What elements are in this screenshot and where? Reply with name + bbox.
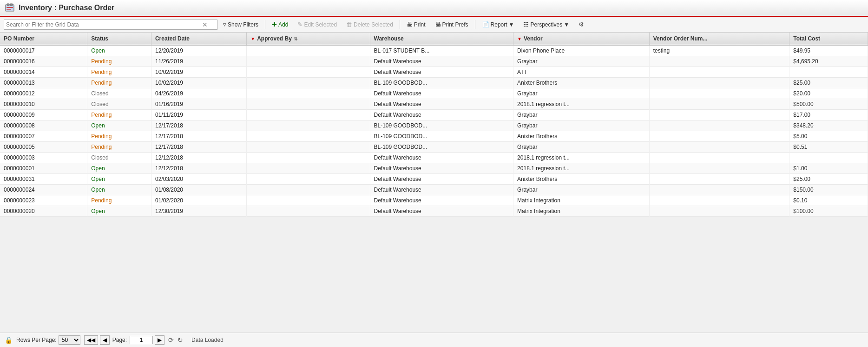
cell-vendor: Anixter Brothers <box>513 174 650 185</box>
cell-warehouse: BL-109 GOODBOD... <box>370 142 513 153</box>
cell-po_number: 0000000014 <box>0 67 87 78</box>
cell-vendor: 2018.1 regression t... <box>513 153 650 163</box>
search-box[interactable]: ✕ <box>4 20 217 30</box>
table-row[interactable]: 0000000007Pending12/17/2018BL-109 GOODBO… <box>0 131 868 142</box>
cell-po_number: 0000000020 <box>0 206 87 217</box>
table-row[interactable]: 0000000023Pending01/02/2020Default Wareh… <box>0 195 868 206</box>
table-row[interactable]: 0000000003Closed12/12/2018Default Wareho… <box>0 153 868 163</box>
sort-icon-approved_by: ⇅ <box>294 36 297 41</box>
search-input[interactable] <box>6 21 201 28</box>
cell-vendor: ATT <box>513 67 650 78</box>
cell-warehouse: BL-109 GOODBOD... <box>370 78 513 88</box>
cell-total_cost: $25.00 <box>789 78 868 88</box>
cell-created_date: 12/20/2019 <box>151 45 246 56</box>
delete-selected-button[interactable]: 🗑 Delete Selected <box>342 19 397 30</box>
cell-total_cost: $20.00 <box>789 88 868 99</box>
cell-total_cost: $348.20 <box>789 120 868 131</box>
cell-po_number: 0000000017 <box>0 45 87 56</box>
table-row[interactable]: 0000000031Open02/03/2020Default Warehous… <box>0 174 868 185</box>
svg-rect-2 <box>10 4 13 6</box>
cell-total_cost: $5.00 <box>789 131 868 142</box>
toolbar-divider-3 <box>475 20 475 29</box>
cell-approved_by <box>247 67 370 78</box>
table-row[interactable]: 0000000005Pending12/17/2018BL-109 GOODBO… <box>0 142 868 153</box>
table-row[interactable]: 0000000001Open12/12/2018Default Warehous… <box>0 163 868 174</box>
col-header-status[interactable]: Status <box>87 33 151 45</box>
col-header-warehouse[interactable]: Warehouse <box>370 33 513 45</box>
table-row[interactable]: 0000000017Open12/20/2019BL-017 STUDENT B… <box>0 45 868 56</box>
print-icon: 🖶 <box>407 21 413 28</box>
settings-button[interactable]: ⚙ <box>575 19 588 30</box>
table-row[interactable]: 0000000016Pending11/26/2019Default Wareh… <box>0 56 868 67</box>
cell-warehouse: BL-109 GOODBOD... <box>370 131 513 142</box>
cell-vendor_order_num <box>649 78 789 88</box>
cell-created_date: 01/08/2020 <box>151 185 246 195</box>
col-header-po_number[interactable]: PO Number <box>0 33 87 45</box>
cell-status: Pending <box>87 110 151 120</box>
table-row[interactable]: 0000000009Pending01/11/2019Default Wareh… <box>0 110 868 120</box>
cell-po_number: 0000000008 <box>0 120 87 131</box>
cell-status: Open <box>87 45 151 56</box>
cell-vendor_order_num <box>649 67 789 78</box>
cell-created_date: 01/11/2019 <box>151 110 246 120</box>
table-row[interactable]: 0000000008Open12/17/2018BL-109 GOODBOD..… <box>0 120 868 131</box>
svg-rect-4 <box>7 9 11 10</box>
table-row[interactable]: 0000000010Closed01/16/2019Default Wareho… <box>0 99 868 110</box>
cell-approved_by <box>247 56 370 67</box>
cell-status: Open <box>87 185 151 195</box>
cell-created_date: 12/12/2018 <box>151 163 246 174</box>
show-filters-button[interactable]: ▿ Show Filters <box>219 19 262 30</box>
page-title: Inventory : Purchase Order <box>19 4 114 12</box>
add-button[interactable]: ✚ Add <box>268 19 292 30</box>
col-label-approved_by: Approved By <box>257 35 292 42</box>
col-label-vendor_order_num: Vendor Order Num... <box>653 35 708 42</box>
print-button[interactable]: 🖶 Print <box>403 19 429 30</box>
edit-selected-button[interactable]: ✎ Edit Selected <box>294 19 341 30</box>
col-label-warehouse: Warehouse <box>374 35 404 42</box>
svg-rect-3 <box>7 7 13 8</box>
cell-warehouse: Default Warehouse <box>370 67 513 78</box>
cell-status: Open <box>87 163 151 174</box>
table-row[interactable]: 0000000012Closed04/26/2019Default Wareho… <box>0 88 868 99</box>
perspectives-button[interactable]: ☷ Perspectives ▼ <box>519 19 573 30</box>
cell-warehouse: Default Warehouse <box>370 163 513 174</box>
cell-warehouse: Default Warehouse <box>370 56 513 67</box>
cell-approved_by <box>247 45 370 56</box>
cell-vendor_order_num <box>649 88 789 99</box>
cell-warehouse: Default Warehouse <box>370 195 513 206</box>
cell-status: Pending <box>87 195 151 206</box>
cell-approved_by <box>247 142 370 153</box>
col-label-vendor: Vendor <box>524 35 543 42</box>
cell-created_date: 10/02/2019 <box>151 67 246 78</box>
filter-icon-approved_by: ▼ <box>250 36 255 41</box>
cell-vendor_order_num <box>649 120 789 131</box>
cell-status: Open <box>87 206 151 217</box>
col-header-vendor[interactable]: ▼Vendor <box>513 33 650 45</box>
col-header-approved_by[interactable]: ▼Approved By⇅ <box>247 33 370 45</box>
search-clear-icon[interactable]: ✕ <box>201 21 209 28</box>
cell-status: Pending <box>87 131 151 142</box>
table-row[interactable]: 0000000013Pending10/02/2019BL-109 GOODBO… <box>0 78 868 88</box>
filter-icon-vendor: ▼ <box>517 36 522 41</box>
cell-vendor: 2018.1 regression t... <box>513 163 650 174</box>
cell-approved_by <box>247 131 370 142</box>
cell-created_date: 12/17/2018 <box>151 131 246 142</box>
cell-vendor: Graybar <box>513 142 650 153</box>
cell-created_date: 02/03/2020 <box>151 174 246 185</box>
add-icon: ✚ <box>272 21 277 28</box>
cell-approved_by <box>247 110 370 120</box>
report-button[interactable]: 📄 Report ▼ <box>478 19 518 30</box>
print-prefs-button[interactable]: 🖶 Print Prefs <box>431 19 472 30</box>
table-row[interactable]: 0000000014Pending10/02/2019Default Wareh… <box>0 67 868 78</box>
svg-rect-1 <box>7 4 9 6</box>
table-row[interactable]: 0000000020Open12/30/2019Default Warehous… <box>0 206 868 217</box>
cell-status: Pending <box>87 67 151 78</box>
cell-vendor_order_num: testing <box>649 45 789 56</box>
table-row[interactable]: 0000000024Open01/08/2020Default Warehous… <box>0 185 868 195</box>
cell-created_date: 10/02/2019 <box>151 78 246 88</box>
col-header-total_cost[interactable]: Total Cost <box>789 33 868 45</box>
col-header-vendor_order_num[interactable]: Vendor Order Num... <box>649 33 789 45</box>
cell-po_number: 0000000023 <box>0 195 87 206</box>
col-header-created_date[interactable]: Created Date <box>151 33 246 45</box>
cell-approved_by <box>247 195 370 206</box>
